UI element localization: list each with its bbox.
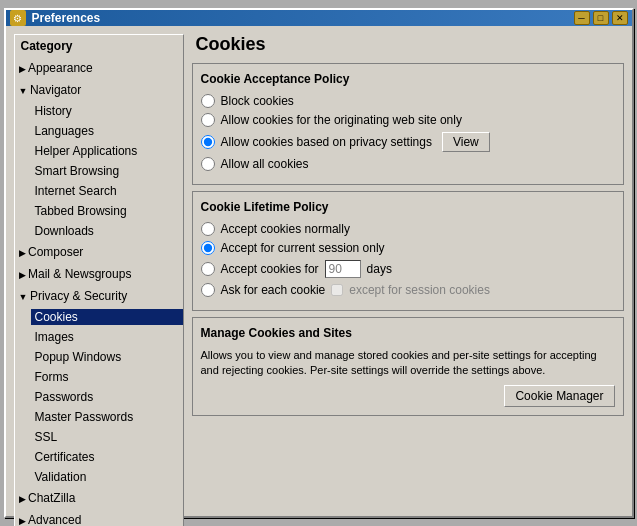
sidebar-item-helper-label: Helper Applications: [31, 143, 183, 159]
cookie-lifetime-section: Cookie Lifetime Policy Accept cookies no…: [192, 191, 624, 311]
cookie-manager-button[interactable]: Cookie Manager: [504, 385, 614, 407]
sidebar-item-navigator[interactable]: Navigator: [15, 79, 183, 101]
main-content: Category Appearance Navigator History La…: [6, 26, 632, 526]
sidebar-item-appearance[interactable]: Appearance: [15, 57, 183, 79]
sidebar-item-tabbed-browsing[interactable]: Tabbed Browsing: [31, 201, 183, 221]
sidebar-item-ssl-label: SSL: [31, 429, 183, 445]
sidebar-item-navigator-label: Navigator: [15, 81, 183, 99]
sidebar-item-chatzilla-label: ChatZilla: [15, 489, 183, 507]
sidebar-item-forms-label: Forms: [31, 369, 183, 385]
sidebar-item-languages[interactable]: Languages: [31, 121, 183, 141]
sidebar-item-languages-label: Languages: [31, 123, 183, 139]
titlebar: ⚙ Preferences ─ □ ✕: [6, 10, 632, 26]
days-input[interactable]: [325, 260, 361, 278]
sidebar-item-images[interactable]: Images: [31, 327, 183, 347]
session-cookies-checkbox[interactable]: [331, 284, 343, 296]
sidebar-item-passwords[interactable]: Passwords: [31, 387, 183, 407]
sidebar-item-master-label: Master Passwords: [31, 409, 183, 425]
sidebar-item-master-passwords[interactable]: Master Passwords: [31, 407, 183, 427]
sidebar-item-mail[interactable]: Mail & Newsgroups: [15, 263, 183, 285]
radio-all[interactable]: [201, 157, 215, 171]
radio-all-label: Allow all cookies: [221, 157, 309, 171]
radio-privacy[interactable]: [201, 135, 215, 149]
radio-block-row: Block cookies: [201, 94, 615, 108]
radio-normally-row: Accept cookies normally: [201, 222, 615, 236]
sidebar-item-mail-label: Mail & Newsgroups: [15, 265, 183, 283]
sidebar-item-downloads[interactable]: Downloads: [31, 221, 183, 241]
sidebar-item-validation[interactable]: Validation: [31, 467, 183, 487]
navigator-children: History Languages Helper Applications Sm…: [15, 101, 183, 241]
sidebar-item-advanced-label: Advanced: [15, 511, 183, 526]
days-label: days: [367, 262, 392, 276]
sidebar-item-composer[interactable]: Composer: [15, 241, 183, 263]
sidebar-item-cookies[interactable]: Cookies: [31, 307, 183, 327]
sidebar-item-downloads-label: Downloads: [31, 223, 183, 239]
sidebar-item-smart-label: Smart Browsing: [31, 163, 183, 179]
sidebar-item-passwords-label: Passwords: [31, 389, 183, 405]
radio-originating-label: Allow cookies for the originating web si…: [221, 113, 462, 127]
radio-all-row: Allow all cookies: [201, 157, 615, 171]
sidebar-item-composer-label: Composer: [15, 243, 183, 261]
manage-description: Allows you to view and manage stored coo…: [201, 348, 615, 379]
radio-normally[interactable]: [201, 222, 215, 236]
sidebar-item-chatzilla[interactable]: ChatZilla: [15, 487, 183, 509]
sidebar-item-privacy-label: Privacy & Security: [15, 287, 183, 305]
privacy-children: Cookies Images Popup Windows Forms Passw…: [15, 307, 183, 487]
sidebar-item-advanced[interactable]: Advanced: [15, 509, 183, 526]
radio-session-label: Accept for current session only: [221, 241, 385, 255]
sidebar-item-images-label: Images: [31, 329, 183, 345]
sidebar-item-privacy[interactable]: Privacy & Security: [15, 285, 183, 307]
sidebar-item-internet-search[interactable]: Internet Search: [31, 181, 183, 201]
radio-originating-row: Allow cookies for the originating web si…: [201, 113, 615, 127]
sidebar-item-history-label: History: [31, 103, 183, 119]
sidebar-item-tabbed-label: Tabbed Browsing: [31, 203, 183, 219]
sidebar-item-popup-label: Popup Windows: [31, 349, 183, 365]
view-button[interactable]: View: [442, 132, 490, 152]
sidebar-item-internet-label: Internet Search: [31, 183, 183, 199]
radio-days-label: Accept cookies for: [221, 262, 319, 276]
radio-privacy-label: Allow cookies based on privacy settings: [221, 135, 432, 149]
radio-block[interactable]: [201, 94, 215, 108]
sidebar-item-ssl[interactable]: SSL: [31, 427, 183, 447]
close-button[interactable]: ✕: [612, 11, 628, 25]
sidebar-item-helper-applications[interactable]: Helper Applications: [31, 141, 183, 161]
sidebar-item-popup-windows[interactable]: Popup Windows: [31, 347, 183, 367]
sidebar-item-validation-label: Validation: [31, 469, 183, 485]
cookie-lifetime-title: Cookie Lifetime Policy: [201, 200, 615, 214]
session-cookies-label: except for session cookies: [349, 283, 490, 297]
manage-cookies-section: Manage Cookies and Sites Allows you to v…: [192, 317, 624, 416]
radio-days[interactable]: [201, 262, 215, 276]
panel-title: Cookies: [192, 34, 624, 55]
manage-title: Manage Cookies and Sites: [201, 326, 615, 340]
sidebar: Category Appearance Navigator History La…: [14, 34, 184, 526]
cookie-acceptance-section: Cookie Acceptance Policy Block cookies A…: [192, 63, 624, 185]
radio-days-row: Accept cookies for days: [201, 260, 615, 278]
radio-session-row: Accept for current session only: [201, 241, 615, 255]
sidebar-item-appearance-label: Appearance: [15, 59, 183, 77]
radio-each-row: Ask for each cookie except for session c…: [201, 283, 615, 297]
sidebar-item-smart-browsing[interactable]: Smart Browsing: [31, 161, 183, 181]
radio-block-label: Block cookies: [221, 94, 294, 108]
sidebar-item-certificates[interactable]: Certificates: [31, 447, 183, 467]
radio-each[interactable]: [201, 283, 215, 297]
window-title: Preferences: [32, 11, 568, 25]
preferences-window: ⚙ Preferences ─ □ ✕ Category Appearance …: [4, 8, 634, 518]
window-controls: ─ □ ✕: [574, 11, 628, 25]
main-panel: Cookies Cookie Acceptance Policy Block c…: [192, 34, 624, 526]
sidebar-item-forms[interactable]: Forms: [31, 367, 183, 387]
radio-originating[interactable]: [201, 113, 215, 127]
radio-privacy-row: Allow cookies based on privacy settings …: [201, 132, 615, 152]
radio-normally-label: Accept cookies normally: [221, 222, 350, 236]
sidebar-header: Category: [15, 35, 183, 57]
radio-session[interactable]: [201, 241, 215, 255]
sidebar-item-history[interactable]: History: [31, 101, 183, 121]
cookie-acceptance-title: Cookie Acceptance Policy: [201, 72, 615, 86]
radio-each-label: Ask for each cookie: [221, 283, 326, 297]
sidebar-item-certs-label: Certificates: [31, 449, 183, 465]
window-icon: ⚙: [10, 10, 26, 26]
minimize-button[interactable]: ─: [574, 11, 590, 25]
sidebar-item-cookies-label: Cookies: [31, 309, 183, 325]
maximize-button[interactable]: □: [593, 11, 609, 25]
